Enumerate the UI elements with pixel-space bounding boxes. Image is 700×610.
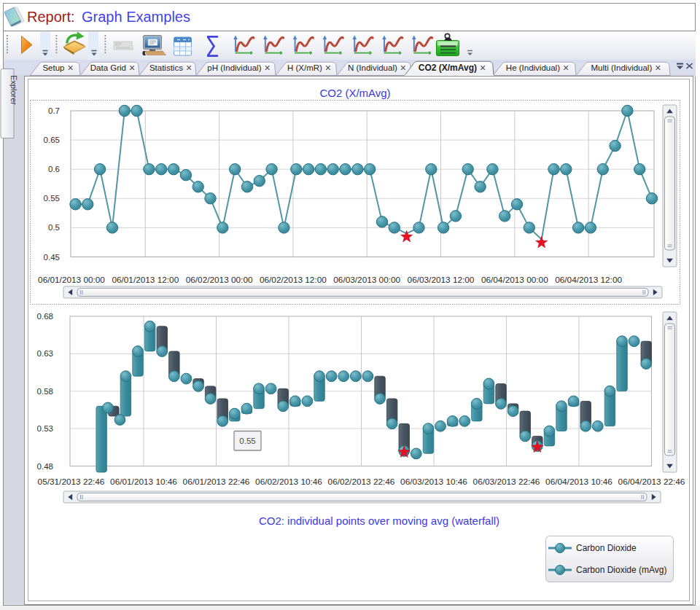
svg-text:06/03/2013 12:00: 06/03/2013 12:00 [408,275,475,285]
svg-text:06/03/2013 10:46: 06/03/2013 10:46 [400,477,467,487]
svg-text:06/02/2013 12:00: 06/02/2013 12:00 [260,275,327,285]
svg-text:06/04/2013 00:00: 06/04/2013 00:00 [481,275,548,285]
svg-text:06/01/2013 12:00: 06/01/2013 12:00 [112,275,179,285]
svg-text:Explorer: Explorer [9,75,18,105]
svg-text:06/03/2013 22:46: 06/03/2013 22:46 [473,477,540,487]
svg-text:CO2 (X/mAvg)×: CO2 (X/mAvg)× [419,62,486,74]
svg-text:0.68: 0.68 [37,312,53,321]
svg-text:Carbon Dioxide (mAvg): Carbon Dioxide (mAvg) [576,565,667,575]
svg-text:Setup×: Setup× [42,62,73,74]
svg-text:Multi (Individual)×: Multi (Individual)× [591,62,661,74]
svg-text:0.53: 0.53 [37,424,53,433]
svg-text:06/02/2013 00:00: 06/02/2013 00:00 [186,275,253,285]
svg-text:He (Individual)×: He (Individual)× [506,62,569,74]
svg-text:06/04/2013 22:46: 06/04/2013 22:46 [618,477,685,487]
svg-text:CO2 (X/mAvg): CO2 (X/mAvg) [319,87,390,99]
svg-text:0.6: 0.6 [48,165,60,173]
svg-text:Report:: Report: [27,9,75,25]
svg-text:06/04/2013 10:46: 06/04/2013 10:46 [545,477,612,487]
svg-text:06/04/2013 12:00: 06/04/2013 12:00 [555,275,622,285]
svg-text:0.55: 0.55 [239,437,255,445]
svg-text:H (X/mR)×: H (X/mR)× [287,62,331,74]
svg-text:06/02/2013 10:46: 06/02/2013 10:46 [255,477,322,487]
svg-text:0.65: 0.65 [44,136,60,144]
svg-text:0.55: 0.55 [44,194,60,203]
svg-text:CO2: individual points over mo: CO2: individual points over moving avg (… [259,515,499,527]
svg-text:06/02/2013 22:46: 06/02/2013 22:46 [328,477,395,487]
svg-text:0.7: 0.7 [48,106,60,115]
svg-text:0.5: 0.5 [48,223,60,232]
svg-text:0.48: 0.48 [37,462,53,471]
svg-text:06/01/2013 00:00: 06/01/2013 00:00 [38,275,105,285]
svg-text:06/01/2013 10:46: 06/01/2013 10:46 [110,477,177,487]
svg-text:06/01/2013 22:46: 06/01/2013 22:46 [183,477,250,487]
svg-text:0.58: 0.58 [37,387,53,396]
svg-text:Graph Examples: Graph Examples [82,9,190,25]
svg-text:05/31/2013 22:46: 05/31/2013 22:46 [38,477,105,487]
svg-text:Statistics×: Statistics× [149,62,192,74]
svg-text:0.45: 0.45 [44,253,60,262]
svg-text:pH (Individual)×: pH (Individual)× [207,62,270,74]
svg-text:06/03/2013 00:00: 06/03/2013 00:00 [333,275,400,285]
svg-text:0.63: 0.63 [37,349,53,358]
svg-text:Carbon Dioxide: Carbon Dioxide [576,543,637,553]
